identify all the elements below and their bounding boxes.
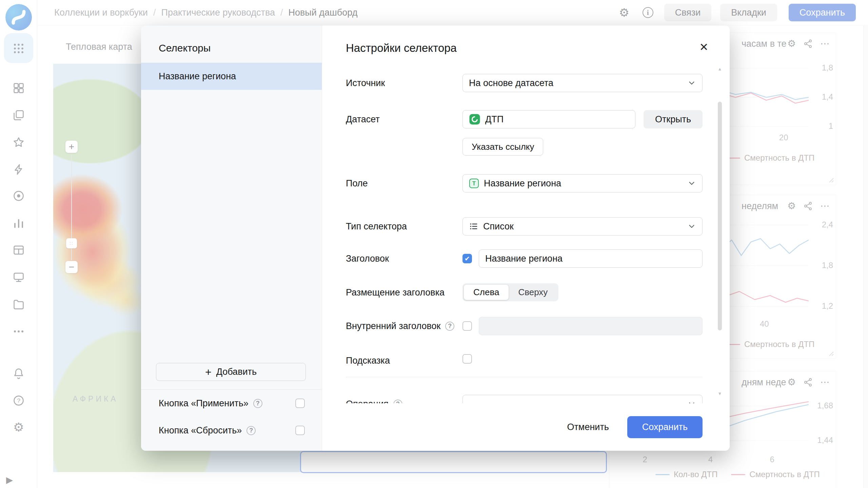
help-question-icon[interactable] [393, 400, 402, 403]
hint-checkbox[interactable] [462, 354, 472, 364]
inner-title-input[interactable] [479, 317, 703, 335]
help-question-icon[interactable] [445, 322, 454, 331]
settings-form: Источник На основе датасета Датасет [346, 74, 703, 403]
inner-title-checkbox[interactable] [462, 321, 472, 331]
apply-button-checkbox[interactable] [295, 399, 305, 408]
plus-icon: + [205, 367, 212, 378]
hint-row: Подсказка [346, 351, 703, 366]
dataset-name: ДТП [485, 114, 504, 125]
source-label: Источник [346, 74, 462, 88]
placement-row: Размещение заголовка Слева Сверху [346, 283, 703, 301]
hint-label: Подсказка [346, 351, 462, 366]
title-value: Название региона [485, 253, 563, 264]
dataset-label: Датасет [346, 110, 462, 125]
save-selector-button[interactable]: Сохранить [627, 416, 703, 438]
specify-link-button[interactable]: Указать ссылку [462, 138, 543, 156]
placement-option-top[interactable]: Сверху [509, 285, 557, 300]
title-checkbox[interactable] [462, 254, 472, 263]
field-select[interactable]: T Название региона [462, 174, 703, 192]
chevron-down-icon [687, 79, 696, 87]
selector-type-label: Тип селектора [346, 217, 462, 232]
dataset-icon [469, 114, 480, 125]
svg-text:T: T [472, 180, 476, 186]
selectors-panel-title: Селекторы [141, 25, 322, 54]
scrollbar-thumb[interactable] [718, 102, 722, 330]
settings-panel-title: Настройки селектора [346, 42, 457, 55]
dialog-scrollbar[interactable]: ▲ ▼ [717, 68, 722, 395]
list-icon [469, 222, 478, 231]
source-value: На основе датасета [469, 78, 553, 88]
operation-label-text: Операция [346, 399, 389, 403]
selector-dialog: Селекторы Название региона + Добавить Кн… [141, 25, 730, 451]
title-input[interactable]: Название региона [479, 249, 703, 268]
selector-settings-panel: Настройки селектора Источник На основе д… [322, 25, 730, 451]
form-divider [346, 377, 703, 377]
add-selector-label: Добавить [216, 367, 257, 377]
help-question-icon[interactable] [253, 399, 262, 408]
open-dataset-button[interactable]: Открыть [644, 110, 703, 128]
selector-type-select[interactable]: Список [462, 217, 703, 236]
app-window: ? ⚙ ▶ Коллекции и воркбуки / Практически… [0, 0, 868, 488]
apply-option-label: Кнопка «Применить» [159, 398, 249, 409]
field-value: Название региона [484, 178, 561, 189]
inner-title-label: Внутренний заголовок [346, 317, 462, 331]
operation-row: Операция [346, 395, 703, 403]
add-selector-button[interactable]: + Добавить [156, 363, 306, 381]
chevron-down-icon [687, 400, 696, 403]
selector-type-row: Тип селектора Список [346, 217, 703, 236]
string-field-icon: T [469, 178, 479, 188]
reset-button-checkbox[interactable] [295, 426, 305, 435]
reset-option-label: Кнопка «Сбросить» [159, 425, 242, 436]
help-question-icon[interactable] [246, 426, 256, 435]
inner-title-row: Внутренний заголовок [346, 317, 703, 335]
title-row: Заголовок Название региона [346, 249, 703, 268]
close-icon[interactable] [697, 40, 711, 54]
field-row: Поле T Название региона [346, 174, 703, 192]
scroll-up-icon[interactable]: ▲ [717, 66, 722, 72]
inner-title-label-text: Внутренний заголовок [346, 321, 440, 331]
dialog-footer: Отменить Сохранить [322, 403, 730, 451]
field-label: Поле [346, 174, 462, 189]
dataset-input[interactable]: ДТП [462, 110, 635, 128]
placement-label: Размещение заголовка [346, 283, 462, 298]
selector-list-item[interactable]: Название региона [141, 63, 322, 90]
dataset-row: Датасет ДТП Открыть Указать ссылку [346, 110, 703, 156]
placement-segmented-control: Слева Сверху [462, 283, 558, 301]
reset-button-option-row: Кнопка «Сбросить» [141, 417, 322, 444]
chevron-down-icon [687, 222, 696, 231]
selector-item-label: Название региона [159, 71, 236, 82]
title-label: Заголовок [346, 249, 462, 264]
source-row: Источник На основе датасета [346, 74, 703, 92]
source-select[interactable]: На основе датасета [462, 74, 703, 92]
selectors-panel: Селекторы Название региона + Добавить Кн… [141, 25, 322, 451]
operation-label: Операция [346, 395, 462, 403]
chevron-down-icon [687, 179, 696, 188]
cancel-button[interactable]: Отменить [564, 417, 612, 437]
operation-select[interactable] [462, 395, 703, 403]
placement-option-left[interactable]: Слева [464, 285, 509, 300]
scroll-down-icon[interactable]: ▼ [717, 391, 722, 396]
apply-button-option-row: Кнопка «Применить» [141, 390, 322, 417]
selector-type-value: Список [483, 221, 514, 232]
